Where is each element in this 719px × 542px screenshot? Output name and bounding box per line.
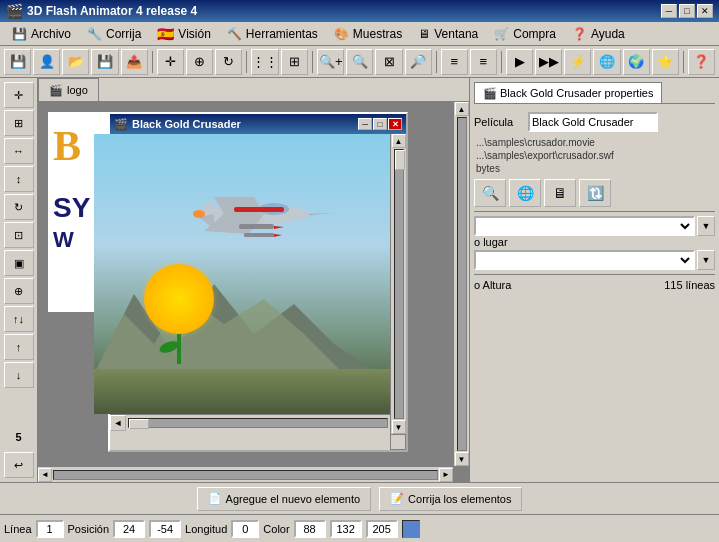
movie-hscrollbar: ◄ ►: [110, 414, 406, 430]
minimize-button[interactable]: ─: [661, 4, 677, 18]
zoom-out-button[interactable]: 🔍: [346, 49, 373, 75]
web2-button[interactable]: 🌍: [623, 49, 650, 75]
longitud-input[interactable]: [231, 520, 259, 538]
help-tb-button[interactable]: ❓: [688, 49, 715, 75]
maximize-button[interactable]: □: [679, 4, 695, 18]
hscroll-thumb[interactable]: [129, 419, 149, 429]
move-button[interactable]: ✛: [157, 49, 184, 75]
ws-hscroll-right[interactable]: ►: [439, 468, 453, 482]
left-tool-8[interactable]: ⊕: [4, 278, 34, 304]
ws-hscroll-left[interactable]: ◄: [38, 468, 52, 482]
vscroll-thumb[interactable]: [395, 150, 405, 170]
linea-input[interactable]: [36, 520, 64, 538]
muestras-icon: 🎨: [334, 27, 349, 41]
color-r-input[interactable]: [294, 520, 326, 538]
workspace-vscrollbar: ▲ ▼: [453, 102, 469, 466]
open-button[interactable]: 📂: [62, 49, 89, 75]
menu-corrija[interactable]: 🔧 Corrija: [79, 25, 149, 43]
export-button[interactable]: 📤: [121, 49, 148, 75]
bottom-toolbar: 📄 Agregue el nuevo elemento 📝 Corrija lo…: [0, 482, 719, 514]
rotate-button[interactable]: ↻: [215, 49, 242, 75]
dropdown-select-1[interactable]: [474, 216, 695, 236]
pos-y-input[interactable]: [149, 520, 181, 538]
play2-button[interactable]: ▶▶: [535, 49, 562, 75]
dropdown-btn-1[interactable]: ▼: [697, 216, 715, 236]
workspace: 🎬 logo B SY W 🎬 Black Gold Crusader ─: [38, 78, 469, 482]
edit-elements-button[interactable]: 📝 Corrija los elementos: [379, 487, 522, 511]
color-g-input[interactable]: [330, 520, 362, 538]
canvas-area[interactable]: B SY W 🎬 Black Gold Crusader ─ □ ✕: [38, 102, 469, 482]
vscroll-down-button[interactable]: ▼: [392, 420, 406, 434]
left-tool-2[interactable]: ⊞: [4, 110, 34, 136]
canvas-letter-w: W: [53, 227, 74, 253]
left-tool-5[interactable]: ↻: [4, 194, 34, 220]
menu-vision[interactable]: 🇪🇸 Visión: [149, 24, 218, 44]
play-button[interactable]: ▶: [506, 49, 533, 75]
movie-minimize-button[interactable]: ─: [358, 118, 372, 130]
menu-ayuda[interactable]: ❓ Ayuda: [564, 25, 633, 43]
star-button[interactable]: ⭐: [652, 49, 679, 75]
svg-marker-3: [309, 213, 334, 215]
portrait-button[interactable]: 👤: [33, 49, 60, 75]
altura-row: o Altura 115 líneas: [474, 279, 715, 291]
movie-maximize-button[interactable]: □: [373, 118, 387, 130]
icon-btn-4[interactable]: 🔃: [579, 179, 611, 207]
menu-herramientas[interactable]: 🔨 Herramientas: [219, 25, 326, 43]
vision-flag-icon: 🇪🇸: [157, 26, 174, 42]
ws-vscroll-up[interactable]: ▲: [455, 102, 469, 116]
save2-button[interactable]: 💾: [91, 49, 118, 75]
tab-logo[interactable]: 🎬 logo: [38, 78, 99, 101]
left-tool-3[interactable]: ↔: [4, 138, 34, 164]
panel-tab-properties[interactable]: 🎬 Black Gold Crusader properties: [474, 82, 662, 103]
icon-btn-3[interactable]: 🖥: [544, 179, 576, 207]
dropdown-btn-2[interactable]: ▼: [697, 250, 715, 270]
menu-compra[interactable]: 🛒 Compra: [486, 25, 564, 43]
left-tool-7[interactable]: ▣: [4, 250, 34, 276]
zoom-search-button[interactable]: 🔎: [405, 49, 432, 75]
separator-4: [436, 51, 437, 73]
vscroll-up-button[interactable]: ▲: [392, 134, 406, 148]
zoom-in-button[interactable]: 🔍+: [317, 49, 344, 75]
linea-label: Línea: [4, 523, 32, 535]
path1-text: ...\samples\crusador.movie: [474, 136, 715, 149]
view2-button[interactable]: ≡: [470, 49, 497, 75]
icon-btn-2[interactable]: 🌐: [509, 179, 541, 207]
color-b-input[interactable]: [366, 520, 398, 538]
menu-muestras[interactable]: 🎨 Muestras: [326, 25, 410, 43]
icon-btn-1[interactable]: 🔍: [474, 179, 506, 207]
left-tool-11[interactable]: ↓: [4, 362, 34, 388]
left-tool-4[interactable]: ↕: [4, 166, 34, 192]
cursor-button[interactable]: ⊕: [186, 49, 213, 75]
web-button[interactable]: 🌐: [593, 49, 620, 75]
movie-name-input[interactable]: [528, 112, 658, 132]
close-button[interactable]: ✕: [697, 4, 713, 18]
hscroll-left-button[interactable]: ◄: [110, 415, 126, 431]
movie-vscrollbar[interactable]: ▲ ▼: [390, 134, 406, 434]
save-button[interactable]: 💾: [4, 49, 31, 75]
grid-button[interactable]: ⋮⋮: [251, 49, 279, 75]
menu-ventana[interactable]: 🖥 Ventana: [410, 25, 486, 43]
pos-x-input[interactable]: [113, 520, 145, 538]
view-button[interactable]: ≡: [441, 49, 468, 75]
animate-button[interactable]: ⚡: [564, 49, 591, 75]
grid2-button[interactable]: ⊞: [281, 49, 308, 75]
ws-vscroll-down[interactable]: ▼: [455, 452, 469, 466]
workspace-hscrollbar: ◄ ►: [38, 466, 453, 482]
left-tool-9[interactable]: ↑↓: [4, 306, 34, 332]
left-tool-6[interactable]: ⊡: [4, 222, 34, 248]
menu-archivo[interactable]: 💾 Archivo: [4, 25, 79, 43]
left-tool-1[interactable]: ✛: [4, 82, 34, 108]
left-toolbar: ✛ ⊞ ↔ ↕ ↻ ⊡ ▣ ⊕ ↑↓ ↑ ↓ 5 ↩: [0, 78, 38, 482]
mountains-svg: [94, 274, 390, 374]
left-tool-undo[interactable]: ↩: [4, 452, 34, 478]
add-element-button[interactable]: 📄 Agregue el nuevo elemento: [197, 487, 372, 511]
dropdown-select-2[interactable]: [474, 250, 695, 270]
ventana-icon: 🖥: [418, 27, 430, 41]
right-panel: 🎬 Black Gold Crusader properties Películ…: [469, 78, 719, 482]
dropdown-row-1: ▼: [474, 216, 715, 236]
left-tool-10[interactable]: ↑: [4, 334, 34, 360]
divider-2: [474, 274, 715, 275]
movie-close-button[interactable]: ✕: [388, 118, 402, 130]
dropdown-row-2: ▼: [474, 250, 715, 270]
zoom-fit-button[interactable]: ⊠: [375, 49, 402, 75]
